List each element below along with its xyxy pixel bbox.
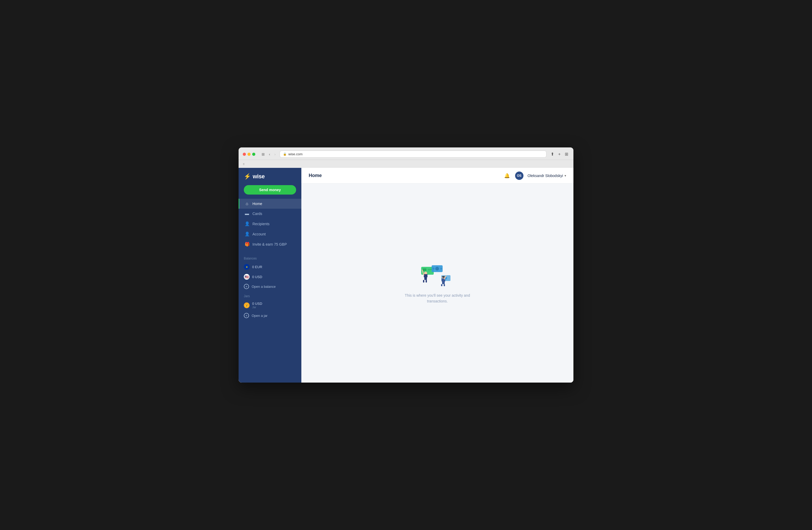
browser-titlebar: ⊞ ‹ › 🔒 wise.com ⬆ + ⊞ [238,148,574,160]
usd-flag-icon: 🇺🇸 [244,274,249,280]
open-jar-label: Open a jar [252,314,267,318]
notification-button[interactable]: 🔔 [503,172,511,180]
sidebar-item-cards-label: Cards [252,212,262,216]
sidebar-item-home[interactable]: ⌂ Home [238,199,301,209]
main-body: This is where you'll see your activity a… [301,184,574,382]
svg-rect-3 [428,270,431,271]
forward-button[interactable]: › [273,152,277,157]
sidebar-nav: ⌂ Home ▬ Cards 👤 Recipients 👤 Account 🎁 [238,199,301,249]
address-bar[interactable]: 🔒 wise.com [280,151,546,158]
jar-sublabel: Jar [252,306,262,309]
dots-row: ⠿ [238,160,574,168]
sidebar-item-account[interactable]: 👤 Account [238,229,301,239]
header-right: 🔔 OS Oleksandr Slobodskyi ▾ [503,171,566,180]
header: Home 🔔 OS Oleksandr Slobodskyi ▾ [301,168,574,184]
empty-state: This is where you'll see your activity a… [405,262,470,304]
chevron-down-icon: ▾ [565,174,566,178]
sidebar-item-home-label: Home [252,201,262,206]
svg-rect-1 [423,268,426,271]
jar-amount: 0 USD [252,302,262,306]
svg-rect-6 [433,268,435,269]
activity-illustration [417,262,458,288]
home-icon: ⌂ [245,201,249,206]
svg-rect-12 [424,274,427,277]
balance-eur[interactable]: ★ 0 EUR [238,262,301,272]
open-balance-button[interactable]: + Open a balance [238,282,301,291]
jar-icon: 💰 [244,303,249,308]
browser-window: ⊞ ‹ › 🔒 wise.com ⬆ + ⊞ ⠿ ⚡ wise Send mon… [238,148,574,382]
balances-section-label: Balances [238,253,301,262]
sidebar-item-account-label: Account [252,232,266,236]
svg-rect-7 [440,268,442,269]
eur-balance-amount: 0 EUR [252,265,262,269]
sidebar-toggle-button[interactable]: ⊞ [261,152,266,157]
svg-rect-2 [428,269,432,270]
minimize-button[interactable] [247,153,251,156]
sidebar-item-invite-label: Invite & earn 75 GBP [252,242,287,247]
eur-flag-icon: ★ [244,264,249,270]
open-jar-plus-icon: + [244,313,249,318]
open-jar-button[interactable]: + Open a jar [238,311,301,320]
usd-balance-amount: 0 USD [252,275,262,279]
avatar: OS [515,171,523,180]
maximize-button[interactable] [252,153,255,156]
svg-rect-14 [426,280,427,282]
sidebar-item-recipients-label: Recipients [252,222,270,226]
invite-icon: 🎁 [245,242,249,247]
share-button[interactable]: ⬆ [550,151,555,158]
svg-rect-13 [423,280,424,282]
sidebar-item-cards[interactable]: ▬ Cards [238,209,301,219]
sidebar-logo: ⚡ wise [238,173,301,185]
page-title: Home [309,173,322,178]
jar-usd[interactable]: 💰 0 USD Jar [238,299,301,311]
traffic-lights [243,153,255,156]
new-tab-button[interactable]: + [557,151,562,158]
svg-point-5 [435,267,439,270]
balance-usd[interactable]: 🇺🇸 0 USD [238,272,301,282]
lock-icon: 🔒 [283,152,287,156]
empty-illustration [417,262,458,288]
user-name: Oleksandr Slobodskyi [528,173,563,178]
plus-icon: + [244,284,249,289]
sidebar: ⚡ wise Send money ⌂ Home ▬ Cards 👤 Recip… [238,168,301,382]
close-button[interactable] [243,153,246,156]
back-button[interactable]: ‹ [268,152,271,157]
app-container: ⚡ wise Send money ⌂ Home ▬ Cards 👤 Recip… [238,168,574,382]
grid-button[interactable]: ⊞ [564,151,569,158]
svg-rect-20 [444,284,445,286]
sidebar-item-invite[interactable]: 🎁 Invite & earn 75 GBP [238,239,301,249]
wise-logo-text: ⚡ wise [244,173,265,180]
browser-controls: ⊞ ‹ › [261,152,276,157]
url-text: wise.com [288,152,302,156]
user-menu-button[interactable]: Oleksandr Slobodskyi ▾ [528,173,566,178]
send-money-button[interactable]: Send money [244,185,296,195]
cards-icon: ▬ [245,211,249,216]
recipients-icon: 👤 [245,221,249,226]
sidebar-item-recipients[interactable]: 👤 Recipients [238,219,301,229]
open-balance-label: Open a balance [252,285,276,289]
wise-lightning-icon: ⚡ [244,173,251,180]
svg-rect-19 [441,284,443,286]
account-icon: 👤 [245,232,249,236]
main-content: Home 🔔 OS Oleksandr Slobodskyi ▾ [301,168,574,382]
jars-section-label: Jars [238,291,301,299]
empty-state-text: This is where you'll see your activity a… [405,293,470,304]
browser-actions: ⬆ + ⊞ [550,151,569,158]
